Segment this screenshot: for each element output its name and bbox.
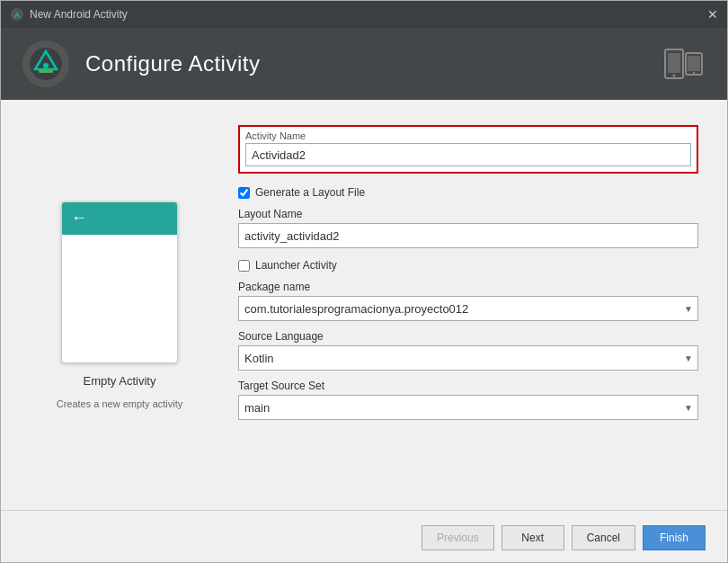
right-panel: Activity Name Generate a Layout File Lay… [238,121,698,488]
finish-button[interactable]: Finish [643,525,706,550]
target-source-set-wrapper: main ▼ [238,395,698,420]
title-bar-left: A New Android Activity [10,7,128,22]
layout-name-input[interactable] [238,223,698,248]
window-title: New Android Activity [30,8,128,21]
package-name-wrapper: com.tutorialesprogramacionya.proyecto012… [238,296,698,321]
target-source-set-select[interactable]: main [238,395,698,420]
activity-name-label: Activity Name [245,130,691,141]
header: Configure Activity [1,28,727,100]
bottom-bar: Previous Next Cancel Finish [1,510,727,563]
svg-rect-8 [668,53,680,73]
main-content: ← Empty Activity Creates a new empty act… [1,100,727,510]
svg-rect-11 [688,56,700,71]
activity-description: Creates a new empty activity [57,398,183,409]
phone-preview: ← [61,201,178,363]
package-name-group: Package name com.tutorialesprogramaciony… [238,281,698,321]
app-icon: A [10,7,24,22]
source-language-label: Source Language [238,330,698,343]
header-title: Configure Activity [85,51,260,76]
activity-name-section: Activity Name [238,125,698,174]
activity-type-label: Empty Activity [84,374,156,388]
svg-point-9 [673,75,676,77]
generate-layout-row: Generate a Layout File [238,186,698,199]
activity-name-input[interactable] [245,143,691,166]
launcher-activity-row: Launcher Activity [238,259,698,272]
device-icon [661,46,706,82]
left-panel: ← Empty Activity Creates a new empty act… [30,121,209,488]
target-source-set-label: Target Source Set [238,380,698,392]
close-button[interactable]: ✕ [707,8,718,21]
svg-rect-6 [39,70,53,73]
device-icons [661,46,706,82]
cancel-button[interactable]: Cancel [572,525,635,550]
title-bar: A New Android Activity ✕ [1,1,727,28]
source-language-group: Source Language Kotlin Java ▼ [238,330,698,371]
package-name-label: Package name [238,281,698,293]
target-source-set-group: Target Source Set main ▼ [238,380,698,420]
svg-point-5 [43,63,49,68]
launcher-activity-label: Launcher Activity [255,259,337,272]
package-name-select[interactable]: com.tutorialesprogramacionya.proyecto012 [238,296,698,321]
back-arrow-icon: ← [71,209,87,228]
source-language-wrapper: Kotlin Java ▼ [238,345,698,371]
header-logo [22,40,69,87]
layout-name-label: Layout Name [238,208,698,220]
next-button[interactable]: Next [502,525,564,550]
android-studio-logo [26,44,66,84]
preview-bar: ← [62,202,177,235]
layout-name-group: Layout Name [238,208,698,248]
svg-text:A: A [14,11,21,20]
svg-point-12 [693,72,695,74]
generate-layout-label: Generate a Layout File [255,186,365,199]
launcher-activity-checkbox[interactable] [238,260,250,272]
header-left: Configure Activity [22,40,260,87]
source-language-select[interactable]: Kotlin Java [238,345,698,371]
previous-button[interactable]: Previous [422,525,494,550]
generate-layout-checkbox[interactable] [238,187,250,199]
